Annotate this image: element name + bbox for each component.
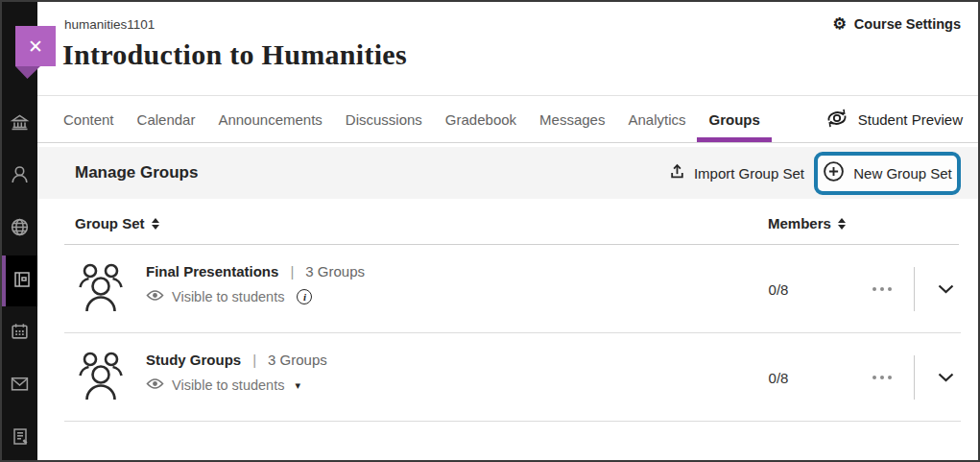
document-pencil-icon — [11, 426, 30, 450]
row-menu-button[interactable] — [869, 281, 896, 297]
plus-circle-icon — [823, 160, 845, 185]
group-set-header-label: Group Set — [75, 215, 145, 231]
institution-icon — [10, 113, 30, 136]
visibility-dropdown[interactable]: Visible to students ▾ — [146, 377, 327, 394]
new-group-set-label: New Group Set — [853, 165, 952, 182]
chevron-down-icon — [938, 369, 954, 385]
expand-row-button[interactable] — [930, 361, 962, 394]
eye-icon — [146, 377, 164, 394]
import-group-set-label: Import Group Set — [694, 165, 804, 182]
course-settings-button[interactable]: ⚙ Course Settings — [832, 16, 961, 32]
visibility-control[interactable]: Visible to students i — [146, 288, 365, 305]
group-people-icon — [78, 260, 124, 320]
course-tabbar: Content Calendar Announcements Discussio… — [37, 95, 978, 143]
manage-groups-title: Manage Groups — [75, 163, 198, 182]
info-icon[interactable]: i — [297, 289, 312, 304]
visibility-label: Visible to students — [172, 289, 284, 304]
column-header-group-set[interactable]: Group Set — [75, 215, 159, 231]
tab-messages[interactable]: Messages — [539, 96, 605, 142]
course-content-icon — [12, 270, 32, 293]
student-preview-eye-icon — [825, 108, 849, 132]
close-course-button[interactable]: ✕ — [15, 26, 56, 66]
tab-discussions[interactable]: Discussions — [346, 96, 422, 142]
tab-groups[interactable]: Groups — [708, 96, 759, 142]
sidebar-item-messages[interactable] — [2, 360, 37, 411]
sidebar-item-institution[interactable] — [2, 99, 37, 150]
course-window: ✕ humanities1101 Introduction to Humanit… — [0, 0, 980, 462]
visibility-label: Visible to students — [172, 377, 284, 393]
members-count: 0/8 — [748, 281, 809, 298]
profile-icon — [10, 164, 30, 188]
new-group-set-button[interactable]: New Group Set — [814, 152, 961, 195]
separator: | — [252, 352, 256, 368]
members-header-label: Members — [768, 215, 831, 231]
page-title: Introduction to Humanities — [62, 38, 407, 71]
group-set-row-final-presentations: Final Presentations | 3 Groups Visible t… — [37, 245, 978, 333]
row-divider-vertical — [914, 267, 915, 311]
group-set-name[interactable]: Study Groups — [146, 352, 241, 368]
group-set-name[interactable]: Final Presentations — [146, 263, 278, 280]
student-preview-button[interactable]: Student Preview — [825, 108, 963, 132]
upload-icon — [669, 163, 685, 182]
breadcrumb: humanities1101 — [64, 17, 155, 32]
group-set-info: Final Presentations | 3 Groups Visible t… — [146, 263, 365, 305]
sidebar-item-globe[interactable] — [2, 204, 37, 255]
eye-icon — [146, 288, 164, 305]
close-icon: ✕ — [28, 36, 43, 58]
manage-groups-bar: Manage Groups Import Group Set New Group… — [37, 147, 978, 199]
sidebar-item-profile[interactable] — [2, 151, 37, 202]
expand-row-button[interactable] — [930, 273, 962, 305]
separator: | — [290, 263, 294, 280]
import-group-set-button[interactable]: Import Group Set — [669, 163, 804, 182]
sidebar-item-calendar[interactable] — [2, 307, 37, 358]
envelope-icon — [10, 375, 30, 397]
calendar-icon — [10, 321, 30, 345]
course-settings-label: Course Settings — [854, 16, 961, 32]
tab-calendar[interactable]: Calendar — [137, 96, 196, 142]
group-people-icon — [78, 349, 124, 408]
manage-actions: Import Group Set New Group Set — [669, 152, 978, 195]
sort-icon — [152, 218, 159, 230]
group-count: 3 Groups — [305, 263, 365, 280]
tab-announcements[interactable]: Announcements — [218, 96, 322, 142]
group-set-info: Study Groups | 3 Groups Visible to stude… — [146, 352, 327, 394]
caret-down-icon: ▾ — [295, 379, 300, 392]
tab-content[interactable]: Content — [63, 96, 114, 142]
members-count: 0/8 — [748, 370, 809, 386]
tab-gradebook[interactable]: Gradebook — [445, 96, 516, 142]
sidebar-item-grades[interactable] — [2, 413, 37, 462]
tab-analytics[interactable]: Analytics — [628, 96, 685, 142]
chevron-down-icon — [938, 280, 954, 297]
row-menu-button[interactable] — [869, 370, 896, 385]
gear-icon: ⚙ — [832, 16, 846, 32]
column-header-members[interactable]: Members — [768, 215, 846, 231]
globe-icon — [10, 217, 30, 241]
row-divider-vertical — [914, 355, 915, 400]
sort-icon — [838, 218, 846, 230]
student-preview-label: Student Preview — [858, 111, 963, 128]
group-set-row-study-groups: Study Groups | 3 Groups Visible to stude… — [37, 333, 978, 422]
group-count: 3 Groups — [268, 352, 327, 368]
sidebar-item-course-content[interactable] — [2, 255, 37, 306]
